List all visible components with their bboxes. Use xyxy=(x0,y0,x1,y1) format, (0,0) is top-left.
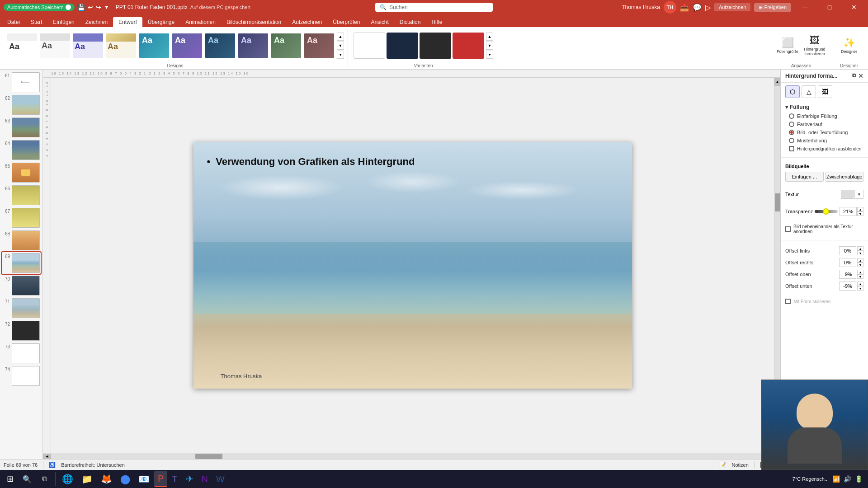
tab-aufzeichnen[interactable]: Aufzeichnen xyxy=(287,17,327,27)
checkbox-nebeneinander[interactable] xyxy=(785,226,791,232)
option-einfarbig[interactable]: Einfarbige Füllung xyxy=(789,112,863,120)
slide-item-74[interactable]: 74 xyxy=(2,365,41,387)
variants-scroll-up[interactable]: ▲ xyxy=(486,33,493,41)
option-mit-form[interactable]: Mit Form skalieren xyxy=(785,297,863,305)
slide-item-62[interactable]: 62 xyxy=(2,94,41,116)
comments-icon[interactable]: 💬 xyxy=(693,3,702,12)
minimize-button[interactable]: — xyxy=(795,0,816,14)
slide-item-71[interactable]: 71 xyxy=(2,297,41,319)
slide-item-73[interactable]: 73 xyxy=(2,343,41,364)
edge-app[interactable]: 🌐 xyxy=(58,471,77,487)
transparenz-spin-down[interactable]: ▼ xyxy=(857,211,863,216)
offset-rechts-down[interactable]: ▼ xyxy=(857,263,863,267)
slide-size-button[interactable]: ⬜ Foliengröße xyxy=(775,33,800,59)
avatar[interactable]: TH xyxy=(664,1,676,14)
themes-scroll-up[interactable]: ▲ xyxy=(337,33,344,41)
fill-section-title[interactable]: ▾ Füllung xyxy=(785,104,863,110)
tab-hilfe[interactable]: Hilfe xyxy=(426,17,448,27)
radio-bild[interactable] xyxy=(789,130,794,135)
tab-dictation[interactable]: Dictation xyxy=(394,17,426,27)
maximize-button[interactable]: □ xyxy=(819,0,840,14)
transparenz-slider[interactable] xyxy=(815,210,838,213)
theme-7[interactable]: Aa xyxy=(204,33,236,59)
tab-zeichnen[interactable]: Zeichnen xyxy=(80,17,113,27)
save-icon[interactable]: 💾 xyxy=(77,4,85,11)
slide-item-72[interactable]: 72 xyxy=(2,320,41,342)
slide-canvas-wrapper[interactable]: • Verwendung von Grafiken als Hintergrun… xyxy=(51,78,774,453)
offset-rechts-value[interactable]: 0% xyxy=(839,258,856,267)
search-box[interactable]: 🔍 Suchen xyxy=(375,3,493,12)
more-icon[interactable]: ▼ xyxy=(104,4,109,10)
image-tab-button[interactable]: 🖼 xyxy=(818,85,832,98)
tab-start[interactable]: Start xyxy=(25,17,47,27)
tab-ueberpruefen[interactable]: Überprüfen xyxy=(327,17,365,27)
panel-expand-icon[interactable]: ⧉ xyxy=(852,72,856,80)
horizontal-scrollbar[interactable]: ◄ ► xyxy=(43,453,780,459)
network-icon[interactable]: 📶 xyxy=(832,475,840,483)
variant-2[interactable] xyxy=(387,33,418,59)
search-button[interactable]: 🔍 xyxy=(19,471,35,487)
notes-icon[interactable]: 📝 xyxy=(719,462,726,468)
theme-4[interactable]: Aa xyxy=(105,33,137,59)
slide-item-67[interactable]: 67 xyxy=(2,207,41,229)
radio-farbverlauf[interactable] xyxy=(789,122,794,127)
variant-1[interactable] xyxy=(354,33,385,59)
theme-10[interactable]: Aa xyxy=(303,33,335,59)
theme-6[interactable]: Aa xyxy=(171,33,203,59)
radio-einfarbig[interactable] xyxy=(789,113,794,119)
transparenz-spin-up[interactable]: ▲ xyxy=(857,207,863,211)
telegram-app[interactable]: ✈ xyxy=(182,471,197,487)
offset-unten-value[interactable]: -9% xyxy=(839,282,856,291)
textur-dropdown-button[interactable]: ▾ xyxy=(854,190,863,199)
variants-scroll-more[interactable]: ▾ xyxy=(486,51,493,59)
shape-tab-button[interactable]: △ xyxy=(802,85,816,98)
chrome-app[interactable]: ⬤ xyxy=(117,471,134,487)
present-icon[interactable]: ▷ xyxy=(705,3,711,12)
outlook-app[interactable]: 📧 xyxy=(135,471,153,487)
offset-links-up[interactable]: ▲ xyxy=(857,246,863,251)
option-nebeneinander[interactable]: Bild nebeneinander als Textur anordnen xyxy=(785,223,863,235)
slide-item-63[interactable]: 63 xyxy=(2,117,41,138)
close-button[interactable]: ✕ xyxy=(844,0,864,14)
tab-bildschirm[interactable]: Bildschirmpräsentation xyxy=(221,17,287,27)
slide-item-69[interactable]: 69 xyxy=(2,252,41,274)
zwischenablage-button[interactable]: Zwischenablage xyxy=(826,172,864,182)
themes-scroll-more[interactable]: ▾ xyxy=(337,51,344,59)
option-farbverlauf[interactable]: Farbverlauf xyxy=(789,120,863,128)
theme-1[interactable]: Aa xyxy=(6,33,38,59)
panel-close-icon[interactable]: ✕ xyxy=(858,72,863,80)
option-ausblenden[interactable]: Hintergrundgrafiken ausblenden xyxy=(789,145,863,153)
offset-oben-down[interactable]: ▼ xyxy=(857,274,863,279)
option-bild[interactable]: Bild- oder Texturfüllung xyxy=(789,128,863,136)
textur-preview[interactable] xyxy=(841,190,854,199)
slide-item-61[interactable]: 61 Notizen xyxy=(2,71,41,93)
offset-oben-value[interactable]: -9% xyxy=(839,270,856,279)
offset-links-value[interactable]: 0% xyxy=(839,246,856,255)
fill-tab-button[interactable]: ⬡ xyxy=(785,85,800,98)
theme-9[interactable]: Aa xyxy=(270,33,302,59)
slide-item-66[interactable]: 66 xyxy=(2,184,41,206)
theme-8[interactable]: Aa xyxy=(237,33,269,59)
share-icon[interactable]: 📤 xyxy=(680,3,689,12)
windows-start-button[interactable]: ⊞ xyxy=(2,471,18,487)
offset-oben-up[interactable]: ▲ xyxy=(857,270,863,274)
word-app[interactable]: W xyxy=(212,471,228,487)
transparenz-handle[interactable] xyxy=(823,208,829,215)
slide-item-70[interactable]: 70 xyxy=(2,275,41,296)
scroll-thumb[interactable] xyxy=(775,193,780,211)
autosave-toggle[interactable]: Automatisches Speichern xyxy=(4,4,75,11)
slide-item-64[interactable]: 64 xyxy=(2,139,41,161)
battery-icon[interactable]: 🔋 xyxy=(855,475,863,483)
checkbox-mit-form[interactable] xyxy=(785,299,791,304)
radio-muster[interactable] xyxy=(789,138,794,143)
theme-3[interactable]: Aa xyxy=(72,33,104,59)
slide-item-65[interactable]: 65 xyxy=(2,162,41,183)
theme-2[interactable]: Aa xyxy=(39,33,71,59)
offset-rechts-up[interactable]: ▲ xyxy=(857,258,863,263)
variant-4[interactable] xyxy=(453,33,484,59)
offset-unten-up[interactable]: ▲ xyxy=(857,282,863,286)
tab-ansicht[interactable]: Ansicht xyxy=(365,17,394,27)
offset-links-down[interactable]: ▼ xyxy=(857,251,863,255)
volume-icon[interactable]: 🔊 xyxy=(844,475,851,483)
theme-5[interactable]: Aa xyxy=(138,33,170,59)
